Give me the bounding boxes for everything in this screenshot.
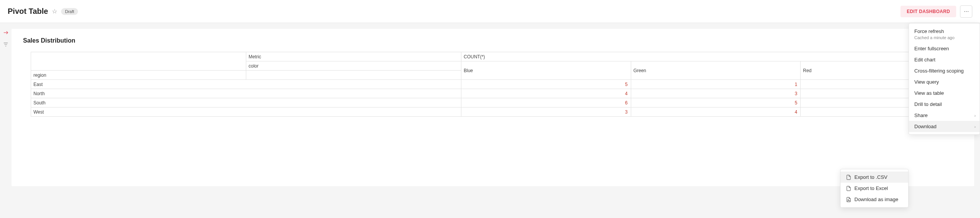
body-area: Sales Distribution ⋮ Metric COUNT(*) — [0, 23, 980, 218]
table-row: West 3 4 — [31, 107, 970, 117]
menu-download[interactable]: Download › — [909, 121, 980, 132]
metric-header: Metric — [246, 52, 461, 61]
column-green: Green — [631, 61, 801, 80]
column-blue: Blue — [461, 61, 631, 80]
filter-icon[interactable] — [3, 42, 8, 48]
data-cell: 5 — [631, 98, 801, 107]
download-submenu: Export to .CSV Export to Excel Download … — [840, 169, 909, 208]
menu-label: Edit chart — [914, 57, 935, 63]
data-cell: 4 — [461, 89, 631, 98]
table-row: East 5 1 — [31, 80, 970, 89]
dashboard-header: Pivot Table ☆ Draft EDIT DASHBOARD ⋯ — [0, 0, 980, 23]
menu-label: Export to .CSV — [854, 174, 887, 180]
pivot-table: Metric COUNT(*) color Blue Green Red reg… — [31, 52, 970, 117]
region-cell: South — [31, 98, 461, 107]
menu-label: Download — [914, 124, 937, 129]
menu-share[interactable]: Share › — [909, 110, 980, 121]
menu-label: Download as image — [854, 197, 898, 202]
menu-enter-fullscreen[interactable]: Enter fullscreen — [909, 43, 980, 54]
favorite-star-icon[interactable]: ☆ — [52, 8, 57, 15]
file-icon — [846, 186, 851, 191]
menu-label: Force refresh — [914, 28, 944, 34]
region-cell: East — [31, 80, 461, 89]
image-file-icon — [846, 197, 851, 202]
collapse-sidebar-icon[interactable] — [3, 30, 8, 36]
dashboard-more-button[interactable]: ⋯ — [960, 5, 972, 18]
menu-label: Drill to detail — [914, 101, 942, 107]
region-header: region — [31, 71, 246, 80]
menu-label: Export to Excel — [854, 185, 888, 191]
color-header: color — [246, 61, 461, 71]
menu-label: Share — [914, 112, 928, 118]
chart-context-menu: Force refresh Cached a minute ago Enter … — [909, 23, 980, 135]
chevron-right-icon: › — [974, 124, 976, 129]
chart-card: Sales Distribution ⋮ Metric COUNT(*) — [12, 29, 974, 186]
data-cell: 6 — [461, 98, 631, 107]
menu-force-refresh[interactable]: Force refresh — [909, 26, 980, 37]
main-panel: Sales Distribution ⋮ Metric COUNT(*) — [12, 23, 980, 218]
menu-edit-chart[interactable]: Edit chart — [909, 54, 980, 65]
data-cell: 3 — [631, 89, 801, 98]
menu-label: View query — [914, 79, 939, 85]
header-left: Pivot Table ☆ Draft — [8, 7, 78, 16]
menu-drill-to-detail[interactable]: Drill to detail — [909, 99, 980, 110]
ellipsis-icon: ⋯ — [964, 8, 969, 14]
submenu-download-image[interactable]: Download as image — [841, 194, 908, 205]
status-badge: Draft — [61, 8, 78, 15]
menu-view-as-table[interactable]: View as table — [909, 88, 980, 99]
menu-label: Cross-filtering scoping — [914, 68, 964, 74]
pivot-corner-cell — [31, 52, 246, 71]
menu-label: View as table — [914, 90, 944, 96]
table-row: South 6 5 — [31, 98, 970, 107]
menu-cross-filtering[interactable]: Cross-filtering scoping — [909, 65, 980, 76]
region-cell: North — [31, 89, 461, 98]
region-cell: West — [31, 107, 461, 117]
data-cell: 4 — [631, 107, 801, 117]
table-row: North 4 3 — [31, 89, 970, 98]
data-cell: 1 — [631, 80, 801, 89]
menu-view-query[interactable]: View query — [909, 76, 980, 88]
submenu-export-csv[interactable]: Export to .CSV — [841, 172, 908, 183]
region-header-blank — [246, 71, 461, 80]
count-header: COUNT(*) — [461, 52, 970, 61]
chart-title: Sales Distribution — [23, 37, 75, 44]
edit-dashboard-button[interactable]: EDIT DASHBOARD — [900, 6, 956, 17]
data-cell: 5 — [461, 80, 631, 89]
menu-label: Enter fullscreen — [914, 46, 949, 51]
data-cell: 3 — [461, 107, 631, 117]
side-rail — [0, 23, 12, 218]
submenu-export-excel[interactable]: Export to Excel — [841, 183, 908, 194]
header-right: EDIT DASHBOARD ⋯ — [900, 5, 972, 18]
chevron-right-icon: › — [974, 113, 976, 118]
chart-header: Sales Distribution ⋮ — [23, 36, 963, 45]
file-icon — [846, 175, 851, 180]
page-title: Pivot Table — [8, 7, 48, 16]
